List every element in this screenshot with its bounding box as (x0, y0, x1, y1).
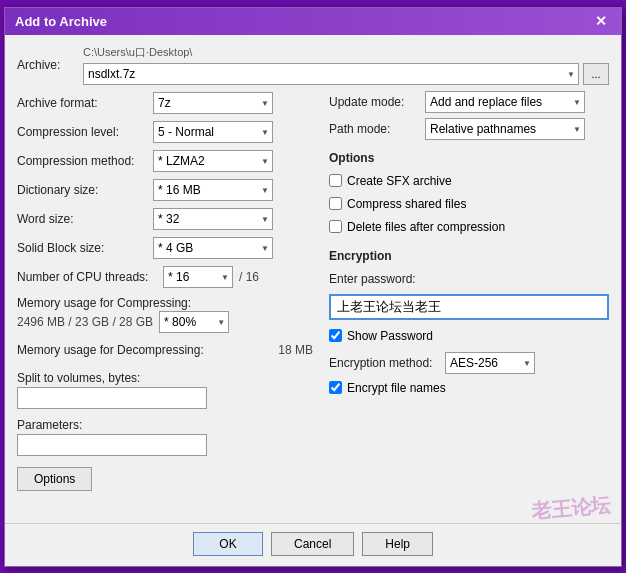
compress-shared-checkbox[interactable] (329, 197, 342, 210)
memory-decompressing-label: Memory usage for Decompressing: (17, 343, 272, 357)
footer: OK Cancel Help (5, 523, 621, 566)
word-size-label: Word size: (17, 212, 147, 226)
create-sfx-row: Create SFX archive (329, 174, 609, 188)
compression-method-select[interactable]: * LZMA2 (153, 150, 273, 172)
password-input[interactable] (329, 294, 609, 320)
word-size-row: Word size: * 32 (17, 207, 317, 231)
show-password-checkbox[interactable] (329, 329, 342, 342)
solid-block-label: Solid Block size: (17, 241, 147, 255)
options-button[interactable]: Options (17, 467, 92, 491)
compression-level-label: Compression level: (17, 125, 147, 139)
cpu-threads-label: Number of CPU threads: (17, 270, 157, 284)
parameters-section: Parameters: (17, 414, 317, 456)
browse-button[interactable]: ... (583, 63, 609, 85)
solid-block-row: Solid Block size: * 4 GB (17, 236, 317, 260)
archive-format-row: Archive format: 7z (17, 91, 317, 115)
dialog-title: Add to Archive (15, 14, 107, 29)
memory-decompressing-value: 18 MB (278, 343, 313, 357)
encryption-method-label: Encryption method: (329, 356, 439, 370)
path-mode-select[interactable]: Relative pathnames (425, 118, 585, 140)
encryption-method-row: Encryption method: AES-256 (329, 352, 609, 374)
compression-level-row: Compression level: 5 - Normal (17, 120, 317, 144)
delete-after-label[interactable]: Delete files after compression (347, 220, 505, 234)
solid-block-select[interactable]: * 4 GB (153, 237, 273, 259)
title-bar: Add to Archive ✕ (5, 8, 621, 35)
right-column: Update mode: Add and replace files Path … (329, 91, 609, 513)
path-mode-row: Path mode: Relative pathnames (329, 118, 609, 140)
show-password-row: Show Password (329, 329, 609, 343)
cpu-threads-select[interactable]: * 16 (163, 266, 233, 288)
archive-format-label: Archive format: (17, 96, 147, 110)
encryption-group-label: Encryption (329, 249, 609, 263)
compression-method-row: Compression method: * LZMA2 (17, 149, 317, 173)
archive-format-select[interactable]: 7z (153, 92, 273, 114)
word-size-select[interactable]: * 32 (153, 208, 273, 230)
compression-level-select[interactable]: 5 - Normal (153, 121, 273, 143)
update-mode-row: Update mode: Add and replace files (329, 91, 609, 113)
split-volumes-input[interactable] (17, 387, 207, 409)
cpu-threads-row: Number of CPU threads: * 16 / 16 (17, 265, 317, 289)
dictionary-size-row: Dictionary size: * 16 MB (17, 178, 317, 202)
memory-compressing-select[interactable]: * 80% (159, 311, 229, 333)
memory-decompressing-row: Memory usage for Decompressing: 18 MB (17, 338, 317, 362)
path-mode-label: Path mode: (329, 122, 419, 136)
memory-compressing-label: Memory usage for Compressing: (17, 296, 317, 310)
update-mode-label: Update mode: (329, 95, 419, 109)
dictionary-size-label: Dictionary size: (17, 183, 147, 197)
create-sfx-label[interactable]: Create SFX archive (347, 174, 452, 188)
memory-compressing-block: Memory usage for Compressing: 2496 MB / … (17, 296, 317, 333)
password-label: Enter password: (329, 272, 609, 286)
archive-label: Archive: (17, 58, 77, 72)
left-column: Archive format: 7z Compression level: 5 … (17, 91, 317, 513)
help-button[interactable]: Help (362, 532, 433, 556)
compress-shared-label[interactable]: Compress shared files (347, 197, 466, 211)
cancel-button[interactable]: Cancel (271, 532, 354, 556)
memory-compressing-value: 2496 MB / 23 GB / 28 GB (17, 315, 153, 329)
options-group-label: Options (329, 151, 609, 165)
main-columns: Archive format: 7z Compression level: 5 … (17, 91, 609, 513)
show-password-label[interactable]: Show Password (347, 329, 433, 343)
archive-row: Archive: C:\Users\u口·Desktop\ ... (17, 45, 609, 85)
cpu-threads-total: / 16 (239, 270, 259, 284)
compress-shared-row: Compress shared files (329, 197, 609, 211)
dictionary-size-select[interactable]: * 16 MB (153, 179, 273, 201)
update-mode-select[interactable]: Add and replace files (425, 91, 585, 113)
delete-after-checkbox[interactable] (329, 220, 342, 233)
close-button[interactable]: ✕ (591, 14, 611, 28)
encryption-method-select[interactable]: AES-256 (445, 352, 535, 374)
dialog-content: Archive: C:\Users\u口·Desktop\ ... Archiv… (5, 35, 621, 523)
compression-method-label: Compression method: (17, 154, 147, 168)
dialog-add-to-archive: Add to Archive ✕ Archive: C:\Users\u口·De… (4, 7, 622, 567)
split-volumes-section: Split to volumes, bytes: (17, 367, 317, 409)
encrypt-filenames-label[interactable]: Encrypt file names (347, 381, 446, 395)
archive-path-line1: C:\Users\u口·Desktop\ (83, 45, 609, 60)
archive-filename-input[interactable] (83, 63, 579, 85)
delete-after-row: Delete files after compression (329, 220, 609, 234)
parameters-input[interactable] (17, 434, 207, 456)
encrypt-filenames-checkbox[interactable] (329, 381, 342, 394)
encrypt-filenames-row: Encrypt file names (329, 381, 609, 395)
parameters-label: Parameters: (17, 418, 317, 432)
ok-button[interactable]: OK (193, 532, 263, 556)
split-volumes-label: Split to volumes, bytes: (17, 371, 317, 385)
create-sfx-checkbox[interactable] (329, 174, 342, 187)
